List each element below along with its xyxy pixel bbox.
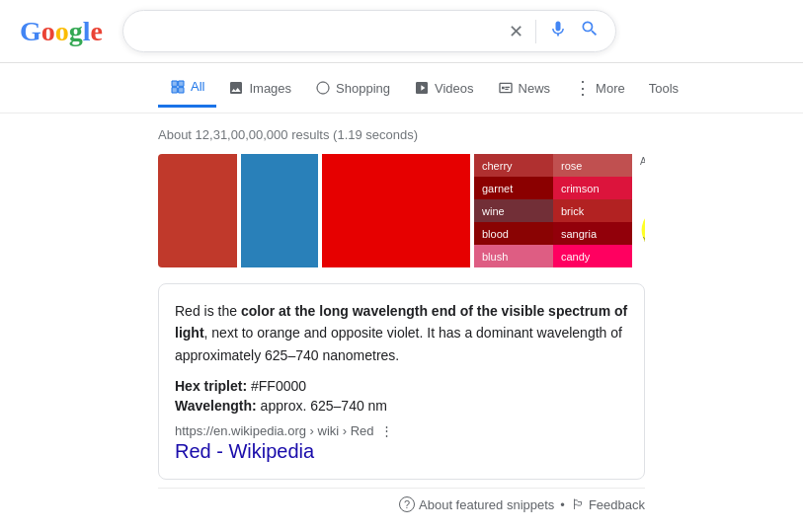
logo-letter-g2: g [69, 16, 83, 46]
color-row-2: garnet crimson [474, 177, 632, 199]
additive-color-section: Additive color Magenta Yellow Cyan White… [636, 154, 645, 267]
search-submit-icon[interactable] [580, 19, 600, 43]
hex-label: Hex triplet: [175, 378, 247, 394]
color-cell-blush: blush [474, 245, 553, 267]
hex-value: #FF0000 [247, 378, 306, 394]
additive-color-label: Additive color [636, 154, 645, 169]
snippet-text-rest: , next to orange and opposite violet. It… [175, 325, 622, 362]
nav-item-shopping[interactable]: Shopping [303, 70, 402, 106]
search-bar: what color is red ✕ [122, 10, 616, 52]
nav-all-label: All [191, 79, 204, 94]
color-swatch-blue [241, 154, 318, 267]
svg-text:Yellow: Yellow [643, 236, 645, 243]
logo-letter-g: G [20, 16, 41, 46]
color-cell-brick: brick [553, 199, 632, 222]
color-row-3: wine brick [474, 199, 632, 222]
color-names-table: cherry rose garnet crimson wine brick bl… [474, 154, 632, 267]
nav-news-label: News [519, 81, 551, 96]
nav-item-videos[interactable]: Videos [402, 70, 486, 106]
nav-shopping-label: Shopping [336, 81, 390, 96]
header: Google what color is red ✕ [0, 0, 803, 63]
wavelength-value: approx. 625–740 nm [257, 398, 387, 414]
feedback-label: Feedback [589, 497, 645, 512]
clear-icon[interactable]: ✕ [509, 21, 523, 42]
snippet-description: Red is the color at the long wavelength … [175, 300, 628, 366]
snippet-url-menu-icon[interactable]: ⋮ [380, 423, 393, 438]
microphone-icon[interactable] [548, 19, 568, 43]
color-cell-wine: wine [474, 199, 553, 222]
nav-item-all[interactable]: All [158, 69, 216, 108]
snippet-source: https://en.wikipedia.org › wiki › Red ⋮ … [175, 423, 628, 463]
color-cell-garnet: garnet [474, 177, 553, 199]
footer-separator: • [560, 497, 565, 512]
nav-more-label: More [596, 81, 625, 96]
color-wheel-area: Magenta Yellow Cyan White Red Blue Green… [636, 169, 645, 267]
snippet-footer: ? About featured snippets • 🏳 Feedback [158, 488, 645, 520]
vertical-divider [535, 20, 536, 43]
feedback-link[interactable]: 🏳 Feedback [571, 496, 645, 512]
nav-images-label: Images [249, 81, 291, 96]
color-cell-sangria: sangria [553, 222, 632, 245]
snippet-url-line: https://en.wikipedia.org › wiki › Red ⋮ [175, 423, 628, 438]
snippet-url-text: https://en.wikipedia.org › wiki › Red [175, 423, 374, 438]
logo-letter-l: l [83, 16, 91, 46]
snippet-text-plain: Red is the [175, 303, 241, 319]
svg-point-2 [642, 208, 645, 253]
results-count: About 12,31,00,00,000 results (1.19 seco… [158, 127, 645, 142]
question-circle-icon: ? [399, 496, 415, 512]
logo-letter-o2: o [55, 16, 69, 46]
google-logo: Google [20, 16, 103, 47]
color-cell-candy: candy [553, 245, 632, 267]
nav-bar: All Images Shopping Videos News ⋮ More T… [0, 63, 803, 114]
feedback-icon: 🏳 [571, 496, 585, 512]
logo-letter-o1: o [41, 16, 55, 46]
color-swatch-red-pure [322, 154, 470, 267]
main-content: About 12,31,00,00,000 results (1.19 seco… [0, 114, 803, 526]
color-cell-cherry: cherry [474, 154, 553, 177]
logo-letter-e: e [91, 16, 103, 46]
color-row-5: blush candy [474, 245, 632, 267]
color-row-1: cherry rose [474, 154, 632, 177]
color-wheel-svg: Magenta Yellow Cyan White Red Blue Green… [640, 179, 645, 258]
image-strip: cherry rose garnet crimson wine brick bl… [158, 154, 645, 267]
wavelength-label: Wavelength: [175, 398, 257, 414]
snippet-hex: Hex triplet: #FF0000 [175, 378, 628, 394]
nav-item-news[interactable]: News [486, 70, 563, 106]
color-row-4: blood sangria [474, 222, 632, 245]
nav-videos-label: Videos [435, 81, 474, 96]
snippet-wikipedia-link[interactable]: Red - Wikipedia [175, 440, 314, 462]
nav-item-more[interactable]: ⋮ More [562, 67, 637, 109]
snippet-metadata: Hex triplet: #FF0000 Wavelength: approx.… [175, 378, 628, 414]
color-cell-blood: blood [474, 222, 553, 245]
tools-button[interactable]: Tools [637, 71, 690, 106]
about-featured-snippets-link[interactable]: ? About featured snippets [399, 496, 554, 512]
color-cell-rose: rose [553, 154, 632, 177]
nav-item-images[interactable]: Images [216, 70, 303, 106]
about-snippets-label: About featured snippets [419, 497, 554, 512]
search-icons: ✕ [509, 19, 600, 43]
color-cell-crimson: crimson [553, 177, 632, 199]
featured-snippet: Red is the color at the long wavelength … [158, 283, 645, 480]
color-swatch-red-light [158, 154, 237, 267]
search-input[interactable]: what color is red [139, 23, 501, 40]
snippet-wavelength: Wavelength: approx. 625–740 nm [175, 398, 628, 414]
more-dots-icon: ⋮ [574, 77, 591, 99]
